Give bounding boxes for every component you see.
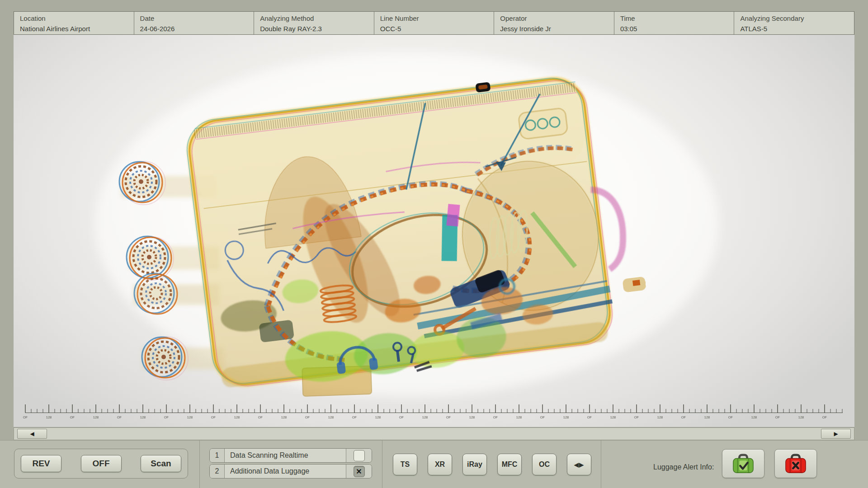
divider (199, 441, 200, 488)
data-options-panel: 1 Data Scanning Realtime 2 Additional Da… (209, 448, 372, 480)
header-cell-analyzing-method: Analyzing Method Double Ray RAY-2.3 (254, 12, 374, 34)
svg-text:128: 128 (375, 415, 381, 419)
button-label: Scan (151, 459, 171, 469)
row-number: 2 (210, 465, 225, 478)
svg-text:OF: OF (775, 415, 780, 419)
mfc-mode-button[interactable]: MFC (497, 454, 522, 475)
svg-text:OF: OF (587, 415, 592, 419)
svg-text:OF: OF (493, 415, 498, 419)
header-cell-time: Time 03:05 (614, 12, 735, 34)
off-button[interactable]: OFF (81, 455, 122, 472)
field-value: 03:05 (620, 25, 731, 33)
button-label: OC (539, 460, 550, 469)
svg-text:128: 128 (798, 415, 804, 419)
scan-button[interactable]: Scan (141, 455, 181, 472)
svg-text:OF: OF (399, 415, 404, 419)
xr-mode-button[interactable]: XR (428, 454, 452, 475)
svg-text:128: 128 (469, 415, 475, 419)
svg-text:128: 128 (93, 415, 99, 419)
divider (601, 441, 601, 488)
scan-info-header: Location National Airlines Airport Date … (14, 11, 854, 35)
header-cell-location: Location National Airlines Airport (14, 12, 134, 34)
svg-text:128: 128 (751, 415, 757, 419)
header-cell-operator: Operator Jessy Ironside Jr (494, 12, 614, 34)
luggage-accept-button[interactable] (722, 449, 764, 478)
arrow-left-icon: ◀ (574, 461, 579, 468)
svg-text:128: 128 (563, 415, 569, 419)
button-label: REV (32, 459, 50, 469)
button-label: MFC (502, 460, 518, 469)
data-scanning-realtime-checkbox[interactable] (354, 450, 365, 461)
field-label: Analyzing Secondary (740, 14, 851, 22)
arrow-right-icon: ▶ (834, 431, 838, 437)
field-value: Jessy Ironside Jr (500, 25, 611, 33)
svg-text:OF: OF (211, 415, 216, 419)
svg-text:128: 128 (657, 415, 663, 419)
arrow-left-icon: ◀ (30, 431, 34, 437)
svg-text:OF: OF (23, 415, 28, 419)
luggage-alert-label: Luggage Alert Info: (653, 463, 714, 471)
row-label: Data Scanning Realtime (225, 449, 346, 462)
header-cell-line-number: Line Number OCC-5 (374, 12, 495, 34)
svg-text:128: 128 (46, 415, 52, 419)
svg-text:OF: OF (634, 415, 639, 419)
svg-text:128: 128 (187, 415, 193, 419)
reject-luggage-icon (783, 453, 809, 474)
checkbox-cell (346, 449, 372, 462)
pager-button[interactable]: ◀ ▶ (567, 454, 591, 475)
button-label: iRay (467, 460, 482, 469)
svg-text:128: 128 (234, 415, 240, 419)
svg-text:128: 128 (516, 415, 522, 419)
button-label: XR (435, 460, 445, 469)
oc-mode-button[interactable]: OC (532, 454, 557, 475)
svg-text:OF: OF (164, 415, 169, 419)
field-label: Time (620, 14, 731, 22)
measurement-ruler: OF128OF128OF128OF128OF128OF128OF128OF128… (22, 403, 846, 421)
mode-buttons-panel: TS XR iRay MFC OC ◀ ▶ (393, 454, 591, 475)
row-label: Additional Data Luggage (225, 465, 346, 478)
svg-text:128: 128 (328, 415, 334, 419)
field-label: Line Number (380, 14, 491, 22)
svg-text:OF: OF (258, 415, 263, 419)
svg-text:128: 128 (422, 415, 428, 419)
x-icon: ✕ (356, 467, 362, 476)
field-value: 24-06-2026 (140, 25, 251, 33)
arrow-right-icon: ▶ (579, 461, 584, 468)
scroll-right-button[interactable]: ▶ (821, 429, 851, 439)
svg-text:OF: OF (446, 415, 451, 419)
rev-button[interactable]: REV (21, 455, 61, 472)
control-bar: REV OFF Scan 1 Data Scanning Realtime (0, 440, 868, 488)
svg-text:OF: OF (117, 415, 122, 419)
button-label: OFF (93, 459, 110, 469)
svg-text:128: 128 (704, 415, 710, 419)
svg-text:128: 128 (140, 415, 146, 419)
svg-text:128: 128 (281, 415, 287, 419)
field-label: Location (20, 14, 131, 22)
data-option-row-1: 1 Data Scanning Realtime (209, 448, 372, 463)
xray-viewport: OF128OF128OF128OF128OF128OF128OF128OF128… (14, 35, 854, 427)
button-label: TS (401, 460, 410, 469)
ts-mode-button[interactable]: TS (393, 454, 417, 475)
field-value: OCC-5 (380, 25, 491, 33)
checkbox-cell: ✕ (346, 465, 372, 478)
scroll-left-button[interactable]: ◀ (17, 429, 47, 439)
additional-data-luggage-checkbox[interactable]: ✕ (354, 466, 365, 477)
xray-image (14, 35, 854, 427)
svg-text:128: 128 (610, 415, 616, 419)
svg-text:OF: OF (728, 415, 733, 419)
svg-text:OF: OF (305, 415, 310, 419)
luggage-reject-button[interactable] (774, 449, 817, 478)
image-scrollbar[interactable]: ◀ ▶ (14, 427, 854, 440)
svg-text:OF: OF (540, 415, 545, 419)
field-value: Double Ray RAY-2.3 (260, 25, 371, 33)
approve-luggage-icon (730, 453, 756, 474)
field-value: ATLAS-5 (740, 25, 851, 33)
field-value: National Airlines Airport (20, 25, 131, 33)
header-cell-date: Date 24-06-2026 (134, 12, 255, 34)
baggage-scanner-app: Location National Airlines Airport Date … (0, 0, 868, 488)
divider (382, 441, 382, 488)
scan-control-panel: REV OFF Scan (14, 449, 188, 479)
svg-text:OF: OF (352, 415, 357, 419)
field-label: Analyzing Method (260, 14, 371, 22)
iray-mode-button[interactable]: iRay (462, 454, 487, 475)
